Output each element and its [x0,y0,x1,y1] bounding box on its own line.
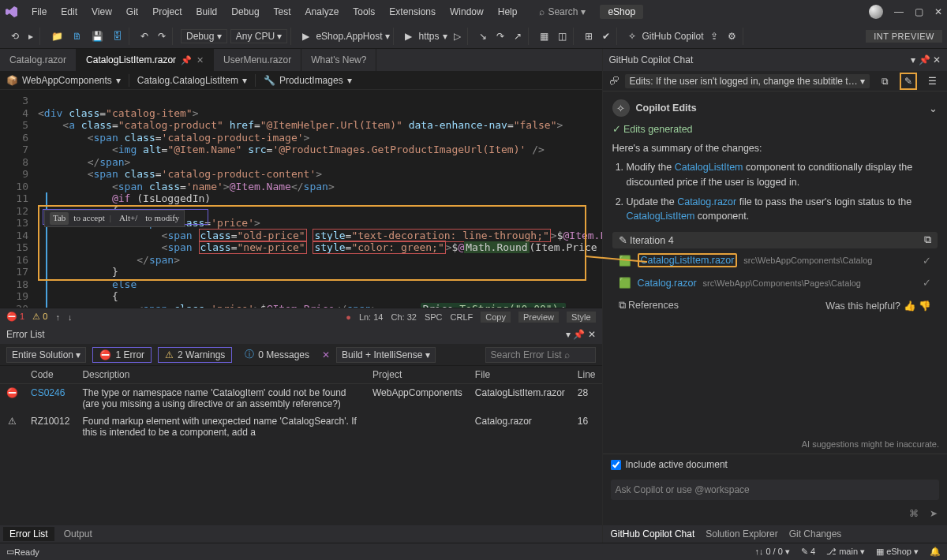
menu-test[interactable]: Test [268,3,298,21]
menu-view[interactable]: View [85,3,118,21]
error-row[interactable]: ⛔ CS0246 The type or namespace name 'Cat… [0,384,602,413]
step-out-button[interactable]: ↗ [511,29,525,43]
tab-copilot-chat[interactable]: GitHub Copilot Chat [611,528,695,539]
maximize-button[interactable]: ▢ [915,6,923,17]
file-link-2[interactable]: Catalog.razor [638,278,697,289]
close-button[interactable]: ✕ [934,6,942,17]
menu-analyze[interactable]: Analyze [299,3,346,21]
forward-button[interactable]: ▸ [25,29,36,43]
indent-mode[interactable]: SPC [425,312,443,322]
col-file[interactable]: File [469,366,571,384]
copilot-edits-button[interactable]: ✎ [900,73,917,90]
redo-button[interactable]: ↷ [155,29,169,43]
layout-button[interactable]: ▦ [537,29,552,43]
chevron-down-icon[interactable]: ▾ [443,31,447,42]
send-icon[interactable]: ➤ [930,508,938,519]
tab-cataloglistitem-razor[interactable]: CatalogListItem.razor📌✕ [77,49,214,71]
crumb-type[interactable]: Catalog.CatalogListItem▾ [137,75,247,86]
engine-dropdown[interactable]: Build + IntelliSense ▾ [336,347,436,363]
pin-icon[interactable]: 📌 [181,55,192,65]
col-code[interactable]: Code [24,366,76,384]
layout2-button[interactable]: ◫ [555,29,570,43]
step-into-button[interactable]: ↘ [476,29,490,43]
save-button[interactable]: 💾 [88,29,107,43]
warning-count-icon[interactable]: ⚠ 0 [32,312,47,322]
nav-down-icon[interactable]: ↓ [68,312,73,322]
start-without-debug-button[interactable]: ▶ [402,29,415,43]
menu-extensions[interactable]: Extensions [383,3,442,21]
scope-dropdown[interactable]: Entire Solution ▾ [6,347,86,363]
close-tab-icon[interactable]: ✕ [197,55,204,65]
start-debug-button[interactable]: ▶ [299,29,313,43]
nav-up-icon[interactable]: ↑ [55,312,60,322]
collapse-icon[interactable]: ⌄ [929,103,938,114]
clear-filter-icon[interactable]: ✕ [322,349,330,360]
copy-button[interactable]: Copy [481,312,511,323]
thumbs-down-icon[interactable]: 👎 [919,301,931,312]
startup-project[interactable]: eShop.AppHost [316,31,382,42]
crumb-assembly[interactable]: 📦WebAppComponents▾ [6,75,121,86]
iteration-chip[interactable]: ✎ Iteration 4 ⧉ [612,232,938,248]
tab-solution-explorer[interactable]: Solution Explorer [706,528,777,539]
tab-git-changes[interactable]: Git Changes [789,528,842,539]
references-toggle[interactable]: ⧉ References [619,300,679,312]
menu-edit[interactable]: Edit [54,3,84,21]
close-icon[interactable]: ✕ [933,54,941,65]
close-icon[interactable]: ✕ [588,329,596,340]
user-avatar[interactable] [869,5,883,19]
inline-suggestion-hint[interactable]: Tab to accept | Alt+/ to modify [44,210,185,227]
pin-icon[interactable]: 📌 [919,54,930,65]
col-proj[interactable]: Project [366,366,469,384]
warning-row[interactable]: ⚠ RZ10012 Found markup element with unex… [0,413,602,441]
settings-icon[interactable]: ⚙ [724,29,739,43]
warnings-filter[interactable]: ⚠2 Warnings [158,347,232,363]
sync-status[interactable]: ↑↓ 0 / 0 ▾ [754,547,790,557]
share-icon[interactable]: ⇪ [707,29,721,43]
open-file-button[interactable]: 🗎 [69,29,85,43]
layout-icon[interactable]: ☰ [923,73,941,90]
launch-profile[interactable]: https [418,31,439,42]
copy-icon[interactable]: ⧉ [924,234,931,246]
edits-dropdown[interactable]: Edits: If the user isn't logged in, chan… [625,74,870,88]
branch-selector[interactable]: ⎇ main ▾ [826,547,865,557]
copilot-icon[interactable]: ✧ [625,29,639,43]
menu-file[interactable]: File [25,3,53,21]
file-row-2[interactable]: 🟩 Catalog.razor src\WebApp\Components\Pa… [612,272,938,293]
search-box[interactable]: ⌕ Search ▾ [539,6,586,17]
ask-input[interactable]: Ask Copilot or use @workspace [611,480,939,500]
dropdown-icon[interactable]: ▾ [911,54,915,65]
menu-build[interactable]: Build [190,3,224,21]
new-thread-icon[interactable]: ⧉ [876,73,893,90]
gallery-button[interactable]: ⊞ [582,29,596,43]
new-project-button[interactable]: 📁 [48,29,66,43]
test-button[interactable]: ✔ [599,29,613,43]
repo-selector[interactable]: ▦ eShop ▾ [876,547,919,557]
dropdown-icon[interactable]: ▾ [566,329,571,340]
messages-filter[interactable]: ⓘ0 Messages [238,346,316,363]
minimize-button[interactable]: — [894,6,904,17]
line-ending[interactable]: CRLF [451,312,474,322]
chat-mode-icon[interactable]: 🗪 [609,76,619,87]
file-row-1[interactable]: 🟩 CatalogListItem.razor src\WebAppCompon… [612,248,938,272]
undo-button[interactable]: ↶ [137,29,152,43]
start-nodebug-icon[interactable]: ▷ [451,29,464,43]
preview-button[interactable]: Preview [518,312,559,323]
menu-tools[interactable]: Tools [346,3,381,21]
menu-help[interactable]: Help [492,3,524,21]
error-search[interactable]: Search Error List ⌕ [485,347,596,363]
save-all-button[interactable]: 🗄 [110,29,125,43]
tab-output[interactable]: Output [58,527,99,541]
menu-git[interactable]: Git [120,3,144,21]
menu-window[interactable]: Window [444,3,490,21]
platform-dropdown[interactable]: Any CPU ▾ [230,29,288,43]
code-editor[interactable]: 345678910111213141516171819202122232425 … [0,90,602,308]
back-button[interactable]: ⟲ [8,29,22,43]
copilot-label[interactable]: GitHub Copilot [642,31,704,42]
tab-catalog-razor[interactable]: Catalog.razor [0,49,77,71]
tab-error-list[interactable]: Error List [3,527,54,541]
include-doc-checkbox[interactable] [611,460,621,470]
pin-icon[interactable]: 📌 [573,329,585,340]
thumbs-up-icon[interactable]: 👍 [904,301,916,312]
tab-usermenu-razor[interactable]: UserMenu.razor [214,49,301,71]
col-line[interactable]: Line [571,366,602,384]
